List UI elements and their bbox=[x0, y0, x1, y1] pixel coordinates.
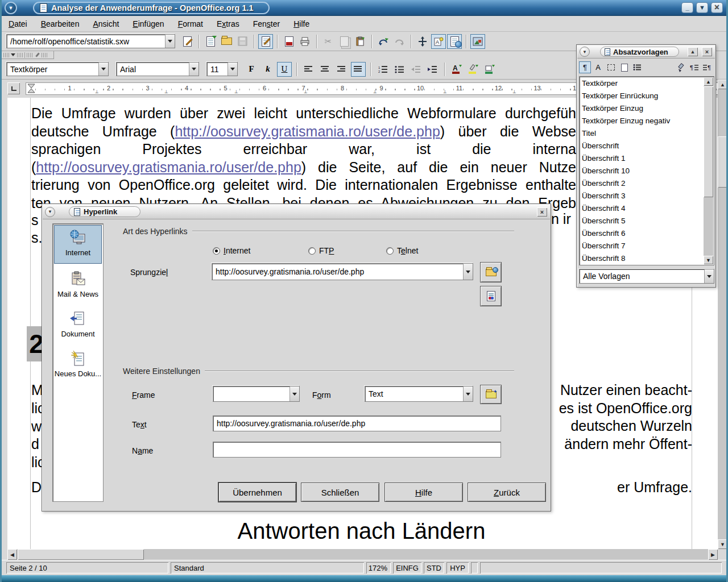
menu-item[interactable]: Extras bbox=[210, 17, 246, 31]
menu-item[interactable]: Hilfe bbox=[287, 17, 316, 31]
navigator-icon[interactable] bbox=[415, 34, 430, 49]
toolbar-grip[interactable] bbox=[42, 53, 47, 57]
category-internet[interactable]: Internet bbox=[54, 225, 102, 264]
style-list-item[interactable]: Überschrift 1 bbox=[580, 152, 714, 164]
stylist-titlebar[interactable]: ▼ Absatzvorlagen ▲ × bbox=[577, 45, 715, 59]
style-filter-combobox[interactable]: Alle Vorlagen bbox=[579, 269, 714, 284]
underline-icon[interactable]: U bbox=[277, 62, 292, 77]
web-browser-button[interactable] bbox=[480, 262, 502, 282]
url-combobox[interactable]: /home/rolf/openoffice/statistik.sxw bbox=[6, 34, 175, 48]
frame-styles-icon[interactable] bbox=[605, 61, 617, 73]
scroll-left-icon[interactable]: ◀ bbox=[7, 549, 17, 560]
scrollbar-thumb[interactable] bbox=[704, 86, 713, 197]
chevron-down-icon[interactable] bbox=[11, 53, 15, 56]
apply-button[interactable]: Übernehmen bbox=[218, 483, 296, 502]
tab-type-selector[interactable] bbox=[7, 82, 20, 94]
status-selection-mode[interactable]: STD bbox=[424, 562, 444, 573]
style-list-item[interactable]: Titel bbox=[580, 127, 714, 139]
style-list-item[interactable]: Überschrift 5 bbox=[580, 214, 714, 227]
export-pdf-icon[interactable] bbox=[282, 34, 296, 49]
scroll-down-icon[interactable]: ▼ bbox=[704, 256, 713, 264]
toolbar-grip[interactable] bbox=[17, 53, 23, 57]
toolbar-grip[interactable] bbox=[3, 53, 9, 57]
radio-option[interactable]: Telnet bbox=[386, 246, 418, 255]
status-zoom[interactable]: 172% bbox=[366, 562, 391, 573]
close-document-icon[interactable]: × bbox=[714, 2, 719, 13]
style-list-item[interactable]: Überschrift 6 bbox=[580, 227, 714, 239]
stylist-menu-button[interactable]: ▼ bbox=[580, 47, 590, 57]
back-button[interactable]: Zurück bbox=[468, 483, 546, 502]
increase-indent-icon[interactable] bbox=[425, 62, 440, 77]
paste-icon[interactable] bbox=[353, 34, 367, 49]
menu-item[interactable]: Datei bbox=[2, 17, 34, 31]
indent-marker[interactable] bbox=[27, 84, 35, 94]
stylist-icon[interactable]: A bbox=[431, 34, 446, 49]
numbering-styles-icon[interactable] bbox=[631, 61, 643, 73]
scroll-up-icon[interactable]: ▲ bbox=[704, 77, 713, 86]
style-list-item[interactable]: Textkörper Einzug negativ bbox=[580, 114, 714, 127]
paragraph-background-icon[interactable] bbox=[482, 62, 497, 77]
scroll-up-icon[interactable]: ▲ bbox=[718, 80, 727, 89]
dialog-close-icon[interactable]: × bbox=[537, 207, 547, 217]
horizontal-scrollbar[interactable]: ◀ ▶ bbox=[7, 549, 718, 560]
status-hyperlink-mode[interactable]: HYP bbox=[446, 562, 469, 573]
name-input[interactable] bbox=[213, 442, 501, 458]
character-styles-icon[interactable]: A bbox=[592, 61, 604, 73]
url-value[interactable]: /home/rolf/openoffice/statistik.sxw bbox=[7, 37, 165, 46]
page-styles-icon[interactable] bbox=[618, 61, 630, 73]
style-list-item[interactable]: Überschrift 3 bbox=[580, 189, 714, 202]
style-list-item[interactable]: Textkörper Einrückung bbox=[580, 89, 714, 102]
undo-icon[interactable] bbox=[376, 34, 391, 49]
category-mail-news[interactable]: Mail & News bbox=[54, 267, 102, 302]
hyperlink-text[interactable]: http://oosurvey.gratismania.ro/user/de.p… bbox=[36, 159, 301, 175]
scroll-right-icon[interactable]: ▶ bbox=[708, 549, 718, 560]
toolbar-grip[interactable] bbox=[27, 53, 32, 57]
text-input[interactable]: http://oosurvey.gratismania.ro/user/de.p… bbox=[213, 415, 501, 431]
new-style-from-selection-icon[interactable]: ¶ bbox=[688, 61, 700, 73]
close-button-dialog[interactable]: Schließen bbox=[301, 483, 379, 502]
minimize-button[interactable]: _ bbox=[681, 2, 693, 13]
target-combobox[interactable]: http://oosurvey.gratismania.ro/user/de.p… bbox=[212, 263, 473, 280]
target-in-document-button[interactable] bbox=[480, 286, 502, 306]
status-insert-mode[interactable]: EINFG bbox=[393, 562, 421, 573]
status-page[interactable]: Seite 2 / 10 bbox=[6, 562, 168, 573]
align-right-icon[interactable] bbox=[334, 62, 349, 77]
events-button[interactable]: ✦ bbox=[480, 385, 502, 404]
style-list-item[interactable]: Überschrift 2 bbox=[580, 177, 714, 189]
update-style-icon[interactable]: ¶ bbox=[701, 61, 713, 73]
form-combobox[interactable]: Text bbox=[365, 386, 473, 402]
bullet-list-icon[interactable] bbox=[392, 62, 407, 77]
url-dropdown-arrow[interactable] bbox=[165, 35, 175, 48]
edit-file-icon[interactable] bbox=[180, 34, 195, 49]
window-menu-button[interactable]: ▼ bbox=[5, 2, 17, 14]
menu-item[interactable]: Fenster bbox=[246, 17, 287, 31]
help-button[interactable]: Hilfe bbox=[384, 483, 463, 502]
menu-item[interactable]: Format bbox=[171, 17, 210, 31]
font-size-combobox[interactable]: 11 bbox=[206, 62, 238, 76]
fill-format-icon[interactable] bbox=[675, 61, 687, 73]
stylist-close-icon[interactable]: × bbox=[702, 47, 712, 56]
open-icon[interactable] bbox=[219, 34, 234, 49]
style-list-item[interactable]: Überschrift 4 bbox=[580, 202, 714, 214]
italic-icon[interactable]: k bbox=[260, 62, 275, 77]
menu-item[interactable]: Bearbeiten bbox=[34, 17, 86, 31]
paragraph-styles-icon[interactable]: ¶ bbox=[579, 61, 591, 73]
hyperlink-dialog-icon[interactable] bbox=[447, 34, 462, 49]
scrollbar-thumb[interactable] bbox=[718, 136, 727, 188]
style-list-item[interactable]: Überschrift bbox=[580, 139, 714, 152]
align-justify-icon[interactable] bbox=[351, 62, 366, 77]
category-new-document[interactable]: Neues Doku... bbox=[54, 347, 102, 381]
radio-option[interactable]: Internet bbox=[213, 246, 250, 255]
style-list-item[interactable]: Überschrift 7 bbox=[580, 239, 714, 252]
style-list-item[interactable]: Textkörper bbox=[580, 77, 714, 89]
style-list-item[interactable]: Überschrift 10 bbox=[580, 164, 714, 177]
style-list-item[interactable]: Textkörper Einzug bbox=[580, 102, 714, 114]
hyperlink-text[interactable]: http://oosurvey.gratismania.ro/user/de.p… bbox=[175, 123, 440, 139]
vertical-scrollbar[interactable]: ▲ ▼ bbox=[718, 80, 727, 549]
scrollbar-thumb[interactable] bbox=[18, 549, 144, 560]
maximize-button[interactable]: ▼ bbox=[696, 2, 708, 13]
dialog-menu-button[interactable]: ▼ bbox=[45, 207, 55, 217]
style-list-item[interactable]: Überschrift 8 bbox=[580, 252, 714, 264]
bold-icon[interactable]: F bbox=[244, 62, 259, 77]
frame-combobox[interactable] bbox=[213, 386, 300, 402]
